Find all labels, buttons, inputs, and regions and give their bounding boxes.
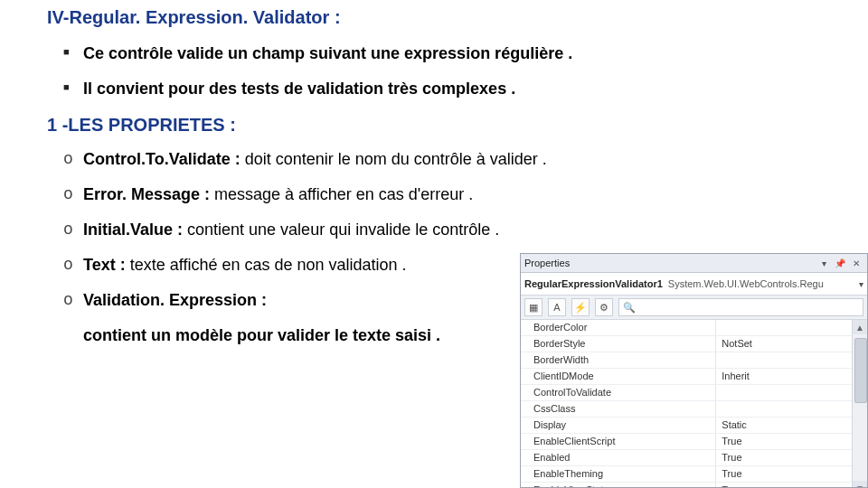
property-grid: BorderColor BorderStyleNotSet BorderWidt…	[521, 320, 852, 488]
grid-key: CssClass	[521, 401, 716, 417]
search-icon: 🔍	[623, 302, 636, 314]
grid-value: True	[716, 483, 852, 488]
grid-row[interactable]: EnableViewStateTrue	[521, 483, 852, 488]
panel-toolbar: ▦ A ⚡ ⚙ 🔍	[521, 296, 867, 320]
alpha-sort-button[interactable]: A	[548, 298, 566, 316]
grid-row[interactable]: ControlToValidate	[521, 385, 852, 401]
object-type: System.Web.UI.WebControls.Regu	[668, 278, 854, 289]
property-desc: doit contenir le nom du contrôle à valid…	[241, 150, 547, 168]
grid-value: True	[716, 466, 852, 482]
grid-row[interactable]: BorderColor	[521, 320, 852, 336]
grid-key: EnableViewState	[521, 483, 716, 488]
grid-key: ClientIDMode	[521, 369, 716, 384]
close-icon[interactable]: ✕	[849, 257, 863, 269]
slide: IV-Regular. Expression. Validator : Ce c…	[0, 0, 868, 488]
grid-value	[716, 320, 852, 335]
grid-value: True	[716, 434, 852, 449]
grid-value: NotSet	[716, 336, 852, 352]
intro-bullet: Ce contrôle valide un champ suivant une …	[63, 44, 821, 63]
grid-key: BorderColor	[521, 320, 716, 335]
property-term: Error. Message :	[83, 185, 210, 203]
grid-key: BorderStyle	[521, 336, 716, 352]
property-item: Initial.Value : contient une valeur qui …	[63, 221, 821, 239]
grid-key: EnableClientScript	[521, 434, 716, 449]
chevron-down-icon: ▾	[859, 279, 863, 289]
object-selector[interactable]: RegularExpressionValidator1 System.Web.U…	[521, 273, 867, 296]
subheading: 1 -LES PROPRIETES :	[47, 115, 821, 136]
grid-row[interactable]: EnabledTrue	[521, 450, 852, 466]
grid-value	[716, 401, 852, 417]
events-button[interactable]: ⚙	[595, 298, 613, 316]
categorize-button[interactable]: ▦	[524, 298, 542, 316]
search-box[interactable]: 🔍	[618, 298, 863, 316]
property-item: Error. Message : message à afficher en c…	[63, 185, 821, 204]
property-term: Validation. Expression :	[83, 291, 267, 309]
property-term: Initial.Value :	[83, 221, 183, 239]
grid-value: Inherit	[716, 369, 852, 384]
intro-bullet: Il convient pour des tests de validation…	[63, 80, 821, 99]
grid-row[interactable]: DisplayStatic	[521, 418, 852, 434]
panel-titlebar: Properties ▾ 📌 ✕	[521, 254, 867, 273]
property-item: Control.To.Validate : doit contenir le n…	[63, 150, 821, 169]
grid-row[interactable]: EnableClientScriptTrue	[521, 434, 852, 450]
property-term: Control.To.Validate :	[83, 150, 241, 168]
scroll-up-icon[interactable]: ▲	[853, 320, 867, 334]
scroll-thumb[interactable]	[854, 338, 867, 403]
grid-row[interactable]: BorderWidth	[521, 352, 852, 369]
grid-row[interactable]: EnableThemingTrue	[521, 466, 852, 483]
scrollbar[interactable]: ▲ ▼	[852, 320, 867, 488]
grid-value	[716, 352, 852, 368]
grid-key: BorderWidth	[521, 352, 716, 368]
grid-row[interactable]: BorderStyleNotSet	[521, 336, 852, 352]
properties-panel: Properties ▾ 📌 ✕ RegularExpressionValida…	[520, 253, 868, 488]
intro-list: Ce contrôle valide un champ suivant une …	[47, 44, 821, 99]
property-desc: contient une valeur qui invalide le cont…	[183, 221, 499, 239]
grid-key: Display	[521, 418, 716, 433]
grid-value	[716, 385, 852, 400]
properties-button[interactable]: ⚡	[571, 298, 590, 316]
grid-key: Enabled	[521, 450, 716, 465]
grid-value: Static	[716, 418, 852, 433]
dropdown-icon[interactable]: ▾	[816, 257, 831, 269]
object-name: RegularExpressionValidator1	[524, 278, 663, 289]
grid-key: EnableTheming	[521, 466, 716, 482]
grid-row[interactable]: ClientIDModeInherit	[521, 369, 852, 385]
property-term: Text :	[83, 256, 126, 274]
grid-row[interactable]: CssClass	[521, 401, 852, 418]
scroll-down-icon[interactable]: ▼	[853, 481, 867, 488]
grid-value: True	[716, 450, 852, 465]
heading-title: IV-Regular. Expression. Validator :	[47, 7, 821, 28]
panel-body: BorderColor BorderStyleNotSet BorderWidt…	[521, 320, 867, 488]
panel-title: Properties	[524, 258, 570, 268]
pin-icon[interactable]: 📌	[833, 257, 847, 269]
property-desc: message à afficher en cas d'erreur .	[210, 185, 473, 203]
property-desc: texte affiché en cas de non validation .	[126, 256, 407, 274]
grid-key: ControlToValidate	[521, 385, 716, 400]
